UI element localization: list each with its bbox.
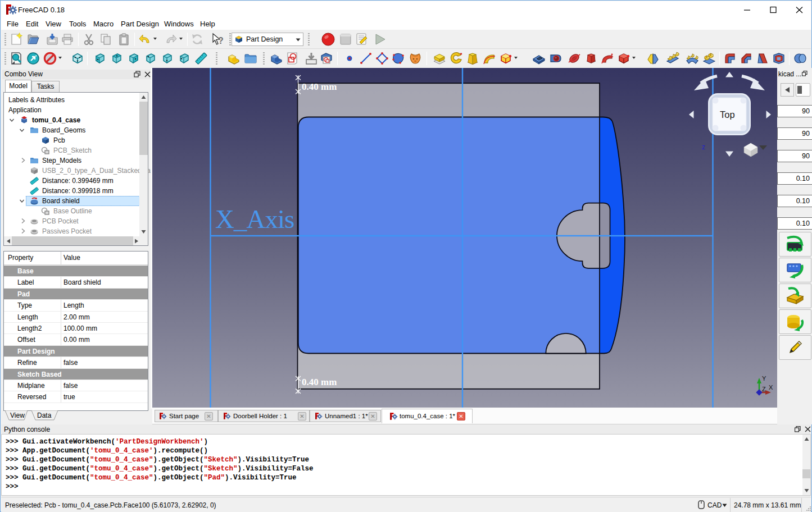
svg-text:Z: Z (762, 386, 766, 392)
svg-text:Y: Y (762, 375, 766, 382)
svg-text:X_Axis: X_Axis (215, 204, 294, 234)
svg-text:0.40 mm: 0.40 mm (302, 377, 337, 387)
svg-text:X: X (769, 384, 773, 391)
svg-text:0.40 mm: 0.40 mm (302, 81, 337, 92)
svg-text:z: z (702, 143, 705, 151)
svg-text:Data: Data (37, 412, 52, 419)
svg-text:?: ? (218, 36, 224, 45)
svg-text:Top: Top (720, 109, 735, 120)
svg-text:View: View (10, 412, 25, 419)
